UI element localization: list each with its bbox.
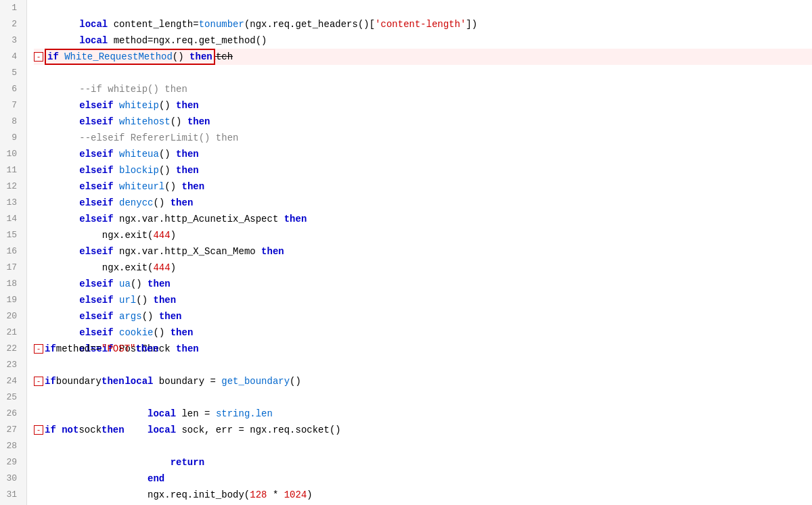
line-num-10: 10 [5, 146, 21, 162]
line-num-14: 14 [5, 211, 21, 227]
line-num-25: 25 [5, 389, 21, 406]
line-num-29: 29 [5, 454, 21, 471]
code-line-5: --if whiteip() then [34, 65, 812, 81]
line-num-20: 20 [5, 308, 21, 324]
code-editor: 1 2 3 4 5 6 7 8 9 10 11 12 13 14 15 16 1… [0, 0, 812, 505]
line-num-12: 12 [5, 178, 21, 195]
line-num-27: 27 [5, 422, 21, 438]
collapse-icon-4[interactable]: - [34, 52, 43, 62]
line-num-16: 16 [5, 243, 21, 260]
line-num-30: 30 [5, 471, 21, 487]
code-line-23: local boundary = get_boundary() [34, 357, 812, 373]
code-text [68, 19, 79, 30]
line-num-1: 1 [5, 0, 21, 16]
line-num-24: 24 [5, 373, 21, 389]
code-line-4: -if White_RequestMethod() then [34, 49, 812, 65]
line-num-28: 28 [5, 438, 21, 454]
code-line-25: local len = string.len [34, 389, 812, 406]
line-num-22: 22 [5, 341, 21, 357]
line-num-5: 5 [5, 65, 21, 81]
line-num-21: 21 [5, 324, 21, 341]
line-num-8: 8 [5, 114, 21, 130]
line-num-19: 19 [5, 292, 21, 308]
code-lines: local content_length=tonumber(ngx.req.ge… [27, 0, 812, 505]
collapse-icon-24[interactable]: - [34, 377, 43, 386]
line-num-17: 17 [5, 260, 21, 276]
line-num-6: 6 [5, 81, 21, 97]
line-num-2: 2 [5, 16, 21, 32]
line-num-9: 9 [5, 130, 21, 146]
line-num-26: 26 [5, 406, 21, 422]
line-num-18: 18 [5, 276, 21, 292]
line-num-3: 3 [5, 32, 21, 49]
line-num-15: 15 [5, 227, 21, 243]
code-line-1: local content_length=tonumber(ngx.req.ge… [34, 0, 812, 16]
line-num-13: 13 [5, 195, 21, 211]
line-num-7: 7 [5, 97, 21, 114]
collapse-icon-22[interactable]: - [34, 344, 43, 354]
line-num-11: 11 [5, 162, 21, 178]
collapse-icon-27[interactable]: - [34, 425, 43, 435]
line-num-4: 4 [5, 49, 21, 65]
line-num-23: 23 [5, 357, 21, 373]
line-num-31: 31 [5, 487, 21, 503]
line-numbers: 1 2 3 4 5 6 7 8 9 10 11 12 13 14 15 16 1… [0, 0, 27, 505]
code-line-28: return [34, 438, 812, 454]
code-line-22: - if method=="POST" then [34, 341, 812, 357]
